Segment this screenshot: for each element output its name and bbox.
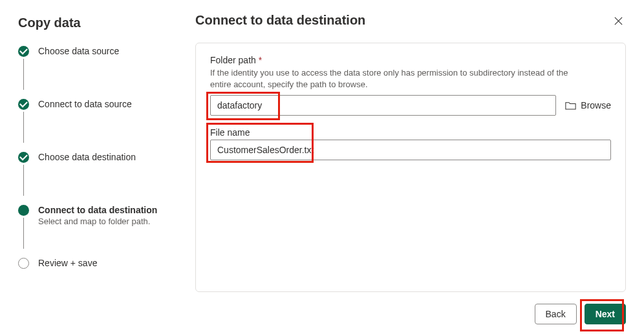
form-card: Folder path * If the identity you use to… — [195, 43, 626, 292]
close-button[interactable] — [610, 13, 626, 28]
step-choose-data-source[interactable]: Choose data source — [18, 46, 170, 68]
step-label: Choose data source — [38, 46, 170, 56]
step-connector — [23, 59, 24, 90]
required-indicator: * — [259, 55, 262, 65]
step-label: Choose data destination — [38, 152, 170, 162]
step-label: Review + save — [38, 258, 170, 268]
step-connector — [23, 112, 24, 143]
checkmark-icon — [18, 99, 29, 110]
step-review-save[interactable]: Review + save — [18, 258, 170, 280]
step-connect-to-data-destination[interactable]: Connect to data destination Select and m… — [18, 205, 170, 227]
file-name-field: File name — [210, 127, 611, 160]
step-connect-to-data-source[interactable]: Connect to data source — [18, 99, 170, 121]
close-icon — [614, 16, 623, 26]
browse-button[interactable]: Browse — [565, 100, 611, 110]
folder-path-description: If the identity you use to access the da… — [210, 67, 572, 90]
folder-path-label: Folder path — [210, 55, 256, 65]
pending-step-icon — [18, 258, 29, 269]
checkmark-icon — [18, 152, 29, 163]
next-button[interactable]: Next — [585, 304, 626, 324]
folder-path-field: Folder path * If the identity you use to… — [210, 55, 611, 116]
step-connector — [23, 165, 24, 196]
footer-actions: Back Next — [195, 292, 626, 324]
browse-label: Browse — [581, 100, 611, 110]
file-name-input[interactable] — [210, 140, 611, 160]
back-button[interactable]: Back — [535, 304, 577, 324]
folder-path-input[interactable] — [210, 95, 556, 116]
page-title: Connect to data destination — [195, 13, 365, 28]
checkmark-icon — [18, 46, 29, 57]
wizard-steps: Choose data source Connect to data sourc… — [18, 46, 170, 280]
step-label: Connect to data destination — [38, 205, 170, 215]
file-name-label: File name — [210, 127, 250, 138]
main-panel: Connect to data destination Folder path … — [184, 0, 644, 336]
step-choose-data-destination[interactable]: Choose data destination — [18, 152, 170, 174]
step-sublabel: Select and map to folder path. — [38, 216, 170, 226]
wizard-title: Copy data — [18, 16, 170, 30]
current-step-icon — [18, 205, 29, 216]
folder-icon — [565, 101, 576, 110]
wizard-sidebar: Copy data Choose data source Connect to … — [0, 0, 184, 336]
step-connector — [23, 218, 24, 249]
step-label: Connect to data source — [38, 99, 170, 109]
